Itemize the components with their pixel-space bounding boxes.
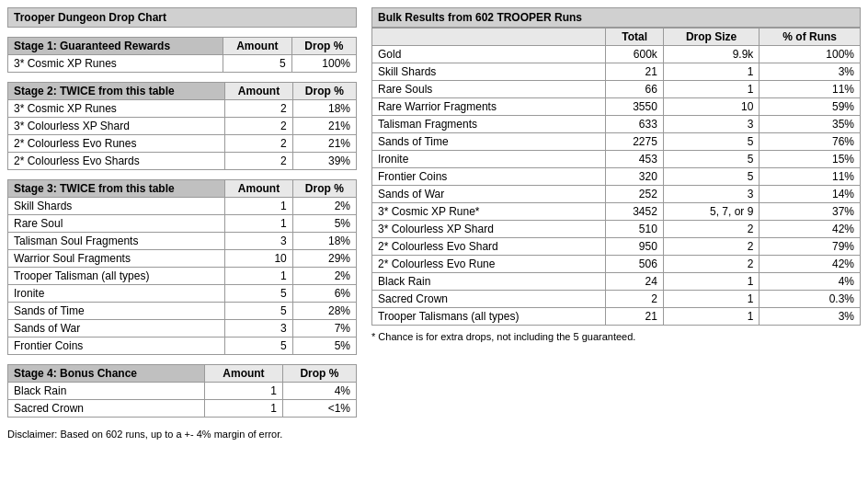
stage3-col-amount: Amount <box>225 180 292 198</box>
row-name: Sacred Crown <box>8 400 205 418</box>
bulk-row-pct: 0.3% <box>760 291 861 308</box>
stage2-col-drop: Drop % <box>292 83 356 100</box>
right-panel: Bulk Results from 602 TROOPER Runs Total… <box>371 7 861 344</box>
table-row: Sands of War 3 7% <box>8 320 357 338</box>
bulk-row-total: 2 <box>606 291 663 308</box>
main-wrapper: Trooper Dungeon Drop Chart Stage 1: Guar… <box>7 7 861 441</box>
row-drop: 4% <box>282 383 356 400</box>
row-amount: 2 <box>225 153 292 170</box>
bulk-row-total: 24 <box>606 273 663 291</box>
bulk-table-row: 3* Colourless XP Shard 510 2 42% <box>372 221 861 238</box>
row-drop: 2% <box>292 198 356 215</box>
row-drop: 21% <box>292 135 356 153</box>
bulk-row-name: Sacred Crown <box>372 291 606 308</box>
bulk-row-total: 21 <box>606 63 663 81</box>
bulk-row-name: Trooper Talismans (all types) <box>372 308 606 326</box>
row-drop: <1% <box>282 400 356 418</box>
bulk-row-total: 506 <box>606 256 663 273</box>
stage4-col-drop: Drop % <box>282 365 356 383</box>
stage2-col-amount: Amount <box>225 83 292 100</box>
bulk-row-drop-size: 9.9k <box>663 46 760 63</box>
table-row: Trooper Talisman (all types) 1 2% <box>8 268 357 285</box>
row-amount: 5 <box>225 285 292 303</box>
bulk-row-total: 633 <box>606 116 663 133</box>
table-row: 3* Cosmic XP Runes 5 100% <box>8 55 357 73</box>
table-row: Warrior Soul Fragments 10 29% <box>8 250 357 268</box>
row-amount: 1 <box>225 268 292 285</box>
bulk-table-row: Sacred Crown 2 1 0.3% <box>372 291 861 308</box>
bulk-table-row: 2* Colourless Evo Rune 506 2 42% <box>372 256 861 273</box>
row-name: 3* Cosmic XP Runes <box>8 55 223 73</box>
row-name: Frontier Coins <box>8 338 225 355</box>
table-row: 2* Colourless Evo Runes 2 21% <box>8 135 357 153</box>
bulk-row-drop-size: 1 <box>663 291 760 308</box>
bulk-row-total: 320 <box>606 168 663 186</box>
bulk-row-drop-size: 10 <box>663 98 760 116</box>
bulk-row-drop-size: 2 <box>663 238 760 256</box>
footnote: * Chance is for extra drops, not includi… <box>371 329 861 344</box>
bulk-row-name: Black Rain <box>372 273 606 291</box>
bulk-table-row: 3* Cosmic XP Rune* 3452 5, 7, or 9 37% <box>372 203 861 221</box>
row-name: Skill Shards <box>8 198 225 215</box>
bulk-row-total: 950 <box>606 238 663 256</box>
bulk-col-item <box>372 29 606 46</box>
row-drop: 7% <box>292 320 356 338</box>
stage1-header: Stage 1: Guaranteed Rewards <box>8 38 223 55</box>
bulk-row-drop-size: 3 <box>663 186 760 203</box>
main-title-block: Trooper Dungeon Drop Chart <box>7 7 357 28</box>
row-drop: 39% <box>292 153 356 170</box>
stage1-header-row: Stage 1: Guaranteed Rewards Amount Drop … <box>8 38 357 55</box>
bulk-table-row: Ironite 453 5 15% <box>372 151 861 168</box>
bulk-row-pct: 3% <box>760 308 861 326</box>
bulk-row-pct: 15% <box>760 151 861 168</box>
stage1-block: Stage 1: Guaranteed Rewards Amount Drop … <box>7 37 357 73</box>
row-drop: 100% <box>291 55 356 73</box>
table-row: Rare Soul 1 5% <box>8 215 357 233</box>
stage3-col-drop: Drop % <box>292 180 356 198</box>
bulk-table-row: Talisman Fragments 633 3 35% <box>372 116 861 133</box>
bulk-row-total: 3452 <box>606 203 663 221</box>
bulk-row-drop-size: 5 <box>663 168 760 186</box>
row-name: 2* Colourless Evo Runes <box>8 135 225 153</box>
bulk-title: Bulk Results from 602 TROOPER Runs <box>371 7 861 28</box>
bulk-row-name: Skill Shards <box>372 63 606 81</box>
bulk-row-pct: 76% <box>760 133 861 151</box>
bulk-row-pct: 59% <box>760 98 861 116</box>
table-row: Sacred Crown 1 <1% <box>8 400 357 418</box>
bulk-table-row: Sands of Time 2275 5 76% <box>372 133 861 151</box>
disclaimer: Disclaimer: Based on 602 runs, up to a +… <box>7 427 357 441</box>
row-drop: 18% <box>292 100 356 118</box>
row-amount: 1 <box>205 383 283 400</box>
stage4-header: Stage 4: Bonus Chance <box>8 365 205 383</box>
bulk-row-pct: 11% <box>760 81 861 98</box>
bulk-row-name: Sands of Time <box>372 133 606 151</box>
bulk-table-row: Frontier Coins 320 5 11% <box>372 168 861 186</box>
row-name: Ironite <box>8 285 225 303</box>
bulk-row-drop-size: 2 <box>663 221 760 238</box>
row-amount: 5 <box>225 338 292 355</box>
bulk-table-row: Trooper Talismans (all types) 21 1 3% <box>372 308 861 326</box>
bulk-row-drop-size: 1 <box>663 81 760 98</box>
row-name: Sands of War <box>8 320 225 338</box>
bulk-col-pct: % of Runs <box>760 29 861 46</box>
bulk-row-total: 453 <box>606 151 663 168</box>
bulk-row-pct: 37% <box>760 203 861 221</box>
stage1-table: Stage 1: Guaranteed Rewards Amount Drop … <box>7 37 357 73</box>
row-name: 3* Colourless XP Shard <box>8 118 225 135</box>
row-name: 2* Colourless Evo Shards <box>8 153 225 170</box>
bulk-row-total: 66 <box>606 81 663 98</box>
row-drop: 5% <box>292 215 356 233</box>
row-name: Talisman Soul Fragments <box>8 233 225 250</box>
row-drop: 21% <box>292 118 356 135</box>
row-amount: 1 <box>225 215 292 233</box>
row-drop: 2% <box>292 268 356 285</box>
stage1-col-amount: Amount <box>223 38 292 55</box>
bulk-table-row: Gold 600k 9.9k 100% <box>372 46 861 63</box>
bulk-row-drop-size: 1 <box>663 308 760 326</box>
bulk-row-name: Rare Souls <box>372 81 606 98</box>
table-row: Skill Shards 1 2% <box>8 198 357 215</box>
row-drop: 29% <box>292 250 356 268</box>
bulk-row-pct: 42% <box>760 256 861 273</box>
table-row: Frontier Coins 5 5% <box>8 338 357 355</box>
row-drop: 6% <box>292 285 356 303</box>
